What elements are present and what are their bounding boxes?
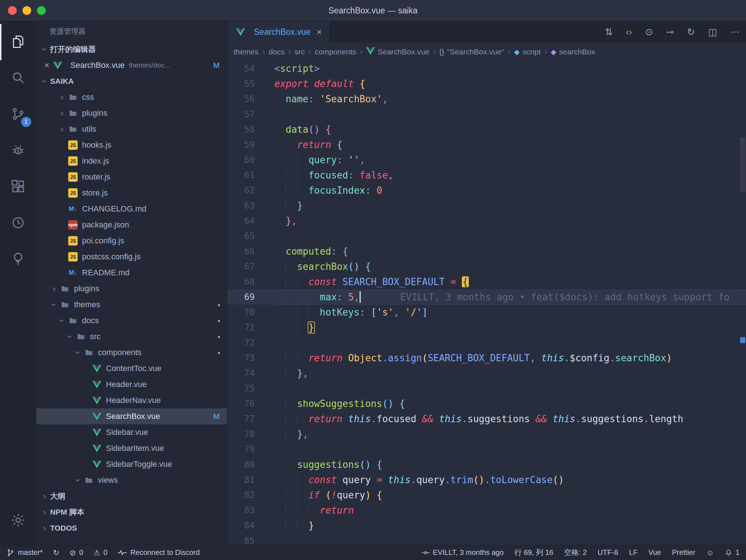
line-number[interactable]: 75 [227,381,274,396]
line-number[interactable]: 54 [227,61,274,76]
status-cursor-position[interactable]: 行 69, 列 16 [515,548,553,557]
tree-item-package.json[interactable]: npmpackage.json [36,217,227,233]
status-commit-blame[interactable]: EVILLT, 3 months ago [422,548,504,557]
open-changes-icon[interactable]: ‹› [626,26,632,38]
line-number[interactable]: 77 [227,411,274,427]
activity-settings[interactable] [0,503,36,539]
line-number[interactable]: 64 [227,213,274,228]
scrollbar-thumb[interactable] [740,137,745,192]
line-number[interactable]: 74 [227,366,274,381]
close-tab-icon[interactable]: × [316,26,322,38]
open-editors-section[interactable]: › 打开的编辑器 [36,41,227,57]
status-discord[interactable]: Reconnect to Discord [118,548,200,557]
tree-item-SearchBox.vue[interactable]: SearchBox.vueM [36,408,227,424]
activity-source-control[interactable]: 1 [0,96,36,133]
line-number[interactable]: 61 [227,168,274,183]
activity-extensions[interactable] [0,169,36,205]
breadcrumb-item[interactable]: src [295,48,305,56]
tree-item-hooks.js[interactable]: JShooks.js [36,137,227,153]
status-indentation[interactable]: 空格: 2 [564,548,587,557]
status-feedback[interactable]: ☺ [706,548,714,557]
close-window-button[interactable] [8,6,17,15]
zoom-window-button[interactable] [37,6,46,15]
npm-scripts-section[interactable]: › NPM 脚本 [36,504,227,520]
tree-item-themes[interactable]: ›themes● [36,297,227,313]
breadcrumb-item[interactable]: ◆searchBox [551,48,595,56]
line-number[interactable]: 68 [227,274,274,289]
tree-item-Header.vue[interactable]: Header.vue [36,376,227,392]
line-number[interactable]: 59 [227,137,274,152]
line-number[interactable]: 55 [227,76,274,91]
tree-item-HeaderNav.vue[interactable]: HeaderNav.vue [36,392,227,408]
tree-item-plugins[interactable]: ›plugins [36,281,227,297]
line-number[interactable]: 58 [227,122,274,137]
tree-item-index.js[interactable]: JSindex.js [36,153,227,169]
activity-search[interactable] [0,60,36,96]
line-number[interactable]: 84 [227,518,274,533]
activity-debug[interactable] [0,133,36,169]
tree-item-SidebarItem.vue[interactable]: SidebarItem.vue [36,440,227,456]
gitlens-commit-icon[interactable]: ⊙ [645,26,653,38]
tree-item-README.md[interactable]: M↓README.md [36,265,227,281]
breadcrumb-item[interactable]: docs [269,48,284,56]
line-number[interactable]: 71 [227,320,274,335]
line-number[interactable]: 81 [227,472,274,487]
line-number[interactable]: 69 [227,289,274,305]
tree-item-router.js[interactable]: JSrouter.js [36,169,227,185]
activity-todo-tree[interactable] [0,242,36,278]
line-number[interactable]: 85 [227,533,274,545]
code-pane[interactable]: <script>export default { name: 'SearchBo… [274,61,746,545]
close-icon[interactable]: × [41,60,52,70]
line-number[interactable]: 66 [227,244,274,259]
tree-item-docs[interactable]: ›docs● [36,313,227,329]
split-editor-icon[interactable]: ◫ [708,26,717,38]
file-history-icon[interactable]: ↻ [687,26,695,38]
status-language-mode[interactable]: Vue [648,548,661,557]
status-encoding[interactable]: UTF-8 [598,548,618,557]
tree-item-SidebarToggle.vue[interactable]: SidebarToggle.vue [36,456,227,472]
activity-explorer[interactable] [0,24,36,60]
line-number[interactable]: 73 [227,350,274,366]
line-number[interactable]: 78 [227,427,274,442]
line-number[interactable]: 60 [227,152,274,168]
status-notifications[interactable]: 1 [725,548,739,557]
minimize-window-button[interactable] [22,6,31,15]
breadcrumb-item[interactable]: ◆script [514,48,541,56]
git-compare-icon[interactable]: ⇅ [605,26,613,38]
root-folder-section[interactable]: › SAIKA [36,73,227,89]
more-actions-icon[interactable]: ⋯ [730,26,739,38]
line-number[interactable]: 83 [227,503,274,518]
line-number[interactable]: 72 [227,335,274,350]
line-number[interactable]: 67 [227,259,274,274]
status-sync[interactable]: ↻ [53,548,60,557]
status-errors[interactable]: ⊘0 [70,548,83,557]
tree-item-Sidebar.vue[interactable]: Sidebar.vue [36,424,227,440]
line-number[interactable]: 80 [227,457,274,472]
activity-gitlens[interactable] [0,205,36,242]
tree-item-CHANGELOG.md[interactable]: M↓CHANGELOG.md [36,201,227,217]
tree-item-views[interactable]: ›views [36,472,227,488]
line-number[interactable]: 76 [227,396,274,411]
overview-ruler[interactable] [739,61,746,545]
line-number[interactable]: 62 [227,183,274,198]
todos-section[interactable]: › TODOS [36,520,227,536]
tree-item-ContentToc.vue[interactable]: ContentToc.vue [36,361,227,376]
status-warnings[interactable]: ⚠0 [93,548,107,557]
line-number[interactable]: 65 [227,228,274,244]
tree-item-css[interactable]: ›css [36,89,227,105]
breadcrumb-item[interactable]: SearchBox.vue [366,47,429,57]
tree-item-poi.config.js[interactable]: JSpoi.config.js [36,233,227,249]
breadcrumb-item[interactable]: themes [234,48,259,56]
tree-item-src[interactable]: ›src● [36,329,227,345]
tab-searchbox-vue[interactable]: SearchBox.vue × [227,21,330,43]
line-number[interactable]: 57 [227,107,274,122]
line-number[interactable]: 79 [227,442,274,457]
tree-item-components[interactable]: ›components● [36,345,227,361]
open-editor-item[interactable]: × SearchBox.vue themes/doc... M [36,57,227,73]
breadcrumb-item[interactable]: {}"SearchBox.vue" [439,48,504,56]
status-eol[interactable]: LF [629,548,638,557]
tree-item-utils[interactable]: ›utils [36,121,227,137]
line-number[interactable]: 56 [227,91,274,107]
status-branch[interactable]: master* [7,548,43,557]
line-number[interactable]: 63 [227,198,274,213]
